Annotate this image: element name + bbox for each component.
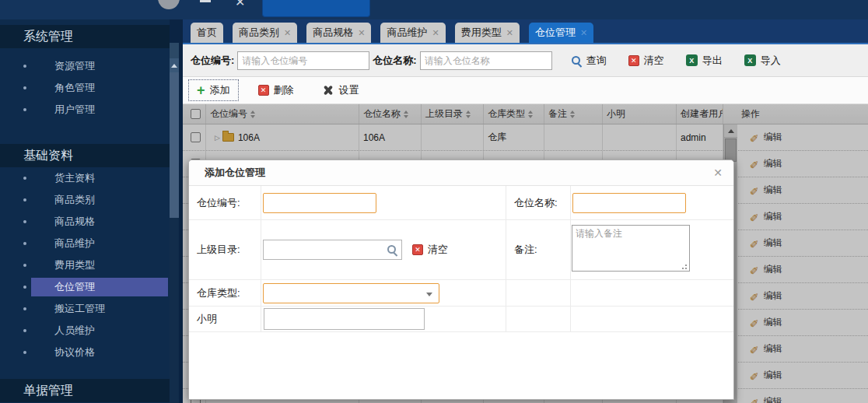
sidebar-item-label: 资源管理: [54, 59, 95, 73]
bullet-icon: [23, 351, 26, 354]
close-icon[interactable]: ✕: [235, 0, 245, 9]
primary-button[interactable]: [262, 0, 370, 17]
delete-button[interactable]: 删除: [250, 79, 303, 101]
dialog-name-label: 仓位名称:: [506, 196, 558, 210]
search-bar: 仓位编号: 仓位名称: 查询 清空 导出 导入: [183, 44, 868, 77]
sidebar-section-title: 系统管理: [0, 25, 170, 48]
sidebar-section: 单据管理: [0, 379, 170, 402]
sidebar-item-1-1[interactable]: 商品类别: [0, 189, 170, 211]
clear-button[interactable]: 清空: [628, 54, 664, 68]
tab-4[interactable]: 费用类型✕: [455, 23, 520, 43]
minimize-icon[interactable]: [200, 0, 211, 2]
tab-3[interactable]: 商品维护✕: [380, 23, 445, 43]
dialog-remark-label: 备注:: [506, 243, 537, 257]
sidebar-item-label: 人员维护: [54, 324, 95, 338]
add-location-dialog: 添加仓位管理 ✕ 仓位编号: 仓位名称: 上级目录: 清空 备注: 仓库类型:: [188, 159, 734, 400]
tab-2[interactable]: 商品规格✕: [306, 23, 371, 43]
sidebar-item-label: 商品类别: [54, 193, 95, 207]
sidebar-item-0-1[interactable]: 角色管理: [0, 77, 170, 99]
scrollbar-up-icon[interactable]: [170, 58, 179, 72]
tab-5[interactable]: 仓位管理✕: [529, 23, 593, 43]
tab-label: 仓位管理: [535, 23, 576, 43]
sidebar-section-title: 基础资料: [0, 144, 170, 167]
tab-close-icon[interactable]: ✕: [580, 23, 587, 43]
sidebar-item-1-3[interactable]: 商品维护: [0, 233, 170, 254]
scrollbar-thumb[interactable]: [170, 72, 179, 218]
import-button[interactable]: 导入: [744, 54, 781, 68]
bullet-icon: [23, 108, 26, 111]
sidebar-scrollbar[interactable]: [170, 19, 183, 403]
tab-label: 首页: [197, 23, 217, 43]
sidebar-section: 基础资料货主资料商品类别商品规格商品维护费用类型仓位管理搬运工管理人员维护协议价…: [0, 144, 170, 363]
bullet-icon: [23, 242, 26, 245]
settings-icon: [322, 84, 334, 96]
sidebar-item-label: 商品规格: [54, 215, 95, 229]
excel-import-icon: [744, 54, 756, 66]
sidebar-item-0-2[interactable]: 用户管理: [0, 99, 170, 121]
sidebar-item-label: 搬运工管理: [54, 302, 105, 316]
tab-0[interactable]: 首页: [191, 23, 223, 43]
add-button[interactable]: 添加: [188, 79, 239, 101]
sidebar: 系统管理资源管理角色管理用户管理基础资料货主资料商品类别商品规格商品维护费用类型…: [0, 19, 170, 403]
query-button[interactable]: 查询: [571, 54, 607, 68]
lookup-icon[interactable]: [387, 244, 397, 255]
dialog-form: 仓位编号: 仓位名称: 上级目录: 清空 备注: 仓库类型:: [189, 186, 733, 400]
dialog-close-icon[interactable]: ✕: [713, 166, 723, 179]
chevron-down-icon[interactable]: [426, 293, 432, 296]
dialog-parent-clear-button[interactable]: 清空: [412, 243, 448, 257]
tabs-bar: 首页商品类别✕商品规格✕商品维护✕费用类型✕仓位管理✕: [183, 19, 868, 44]
sidebar-item-label: 商品维护: [54, 237, 95, 251]
tab-close-icon[interactable]: ✕: [284, 23, 291, 43]
plus-icon: [197, 85, 205, 96]
dialog-xiaoming-label: 小明: [189, 312, 217, 326]
sidebar-item-label: 货主资料: [54, 171, 95, 185]
dialog-type-label: 仓库类型:: [189, 286, 240, 300]
tab-close-icon[interactable]: ✕: [432, 23, 439, 43]
name-search-input[interactable]: [420, 51, 552, 70]
sidebar-item-label: 用户管理: [54, 103, 95, 117]
scrollbar-track[interactable]: [170, 43, 179, 58]
export-button[interactable]: 导出: [686, 54, 723, 68]
bullet-icon: [23, 264, 26, 267]
dialog-parent-input[interactable]: [263, 240, 402, 260]
sidebar-item-0-0[interactable]: 资源管理: [0, 55, 170, 77]
dialog-remark-textarea[interactable]: [572, 225, 690, 272]
clear-icon: [628, 55, 639, 66]
avatar: [158, 0, 180, 9]
tab-1[interactable]: 商品类别✕: [233, 23, 297, 43]
dialog-code-label: 仓位编号:: [189, 196, 240, 210]
tab-close-icon[interactable]: ✕: [506, 23, 513, 43]
sidebar-item-1-7[interactable]: 人员维护: [0, 320, 170, 342]
sidebar-item-1-8[interactable]: 协议价格: [0, 342, 170, 363]
settings-button[interactable]: 设置: [313, 79, 368, 101]
grid-toolbar: 添加 删除 设置: [183, 77, 868, 104]
scrollbar-track[interactable]: [170, 218, 179, 403]
dialog-name-input[interactable]: [572, 193, 686, 213]
name-search-label: 仓位名称:: [373, 54, 416, 68]
code-search-input[interactable]: [237, 51, 369, 70]
tab-close-icon[interactable]: ✕: [358, 23, 365, 43]
dialog-xiaoming-input[interactable]: [264, 308, 425, 330]
tab-label: 商品类别: [239, 23, 279, 43]
sidebar-item-1-6[interactable]: 搬运工管理: [0, 298, 170, 320]
sidebar-item-1-0[interactable]: 货主资料: [0, 167, 170, 189]
bullet-icon: [23, 220, 26, 223]
dialog-code-input[interactable]: [263, 193, 376, 213]
sidebar-item-1-4[interactable]: 费用类型: [0, 254, 170, 276]
bullet-icon: [23, 329, 26, 332]
clear-icon: [412, 244, 423, 255]
sidebar-item-1-5[interactable]: 仓位管理: [0, 276, 170, 298]
sidebar-item-label: 角色管理: [54, 81, 95, 95]
resize-grip-icon[interactable]: [685, 268, 687, 269]
excel-export-icon: [686, 54, 698, 66]
sidebar-item-label: 费用类型: [54, 258, 95, 272]
dialog-parent-label: 上级目录:: [189, 243, 240, 257]
dialog-title-bar[interactable]: 添加仓位管理 ✕: [189, 160, 733, 186]
search-icon: [571, 55, 582, 66]
sidebar-item-1-2[interactable]: 商品规格: [0, 211, 170, 233]
bullet-icon: [23, 86, 26, 89]
bullet-icon: [23, 286, 26, 289]
top-strip: ✕: [0, 0, 868, 19]
dialog-type-combobox[interactable]: [263, 283, 439, 303]
sidebar-section: 系统管理资源管理角色管理用户管理: [0, 25, 170, 121]
